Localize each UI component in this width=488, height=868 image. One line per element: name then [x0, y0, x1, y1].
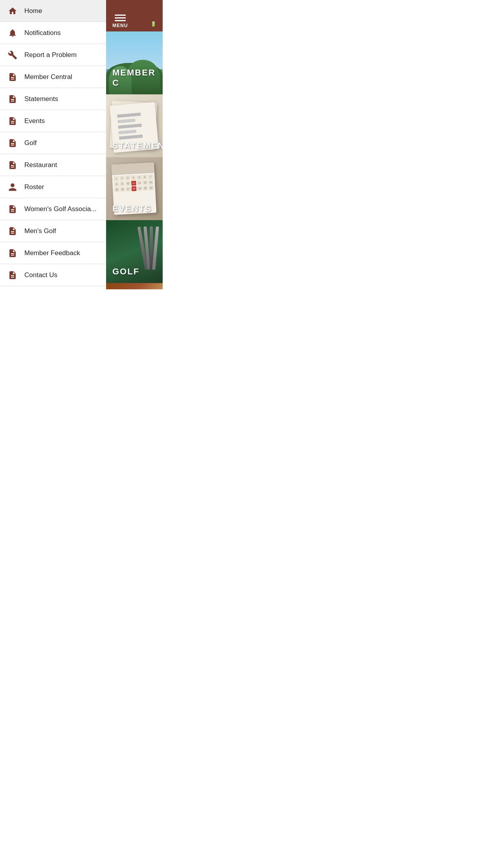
file-icon — [6, 71, 19, 83]
file-icon — [6, 203, 19, 215]
sidebar-item-mens-golf[interactable]: Men's Golf — [0, 220, 106, 242]
file-icon — [6, 159, 19, 171]
sidebar-item-label: Home — [24, 7, 42, 15]
sidebar-item-label: Report a Problem — [24, 51, 77, 59]
tile-member-central[interactable]: MEMBER C — [106, 31, 163, 94]
sidebar-item-member-central[interactable]: Member Central — [0, 66, 106, 88]
sidebar-item-club-rules[interactable]: Club Rules — [0, 286, 106, 289]
sidebar-item-label: Member Central — [24, 73, 72, 81]
menu-button[interactable]: MENU — [112, 15, 128, 28]
golf-clubs-decoration — [141, 226, 157, 270]
file-lines-icon — [6, 93, 19, 105]
tile-golf[interactable]: GOLF — [106, 220, 163, 283]
sidebar-item-golf[interactable]: Golf — [0, 132, 106, 154]
tile-events[interactable]: 1 2 3 4 5 6 7 8 9 10 11 12 13 — [106, 157, 163, 220]
home-icon — [6, 5, 19, 17]
sidebar-item-events[interactable]: Events — [0, 110, 106, 132]
tile-member-central-label: MEMBER C — [112, 68, 163, 88]
sidebar-item-label: Roster — [24, 183, 44, 191]
sidebar-item-member-feedback[interactable]: Member Feedback — [0, 242, 106, 264]
sidebar-item-roster[interactable]: Roster — [0, 176, 106, 198]
file-icon — [6, 225, 19, 237]
menu-label: MENU — [112, 23, 128, 28]
sidebar-item-statements[interactable]: Statements — [0, 88, 106, 110]
sidebar-item-label: Statements — [24, 95, 58, 103]
tile-events-label: EVENTS — [112, 204, 152, 214]
sidebar-item-label: Member Feedback — [24, 249, 80, 257]
sidebar-item-home[interactable]: Home — [0, 0, 106, 22]
tile-food[interactable] — [106, 283, 163, 289]
menu-icon — [115, 15, 126, 21]
sidebar-item-label: Restaurant — [24, 161, 57, 169]
tile-golf-label: GOLF — [112, 267, 139, 277]
sidebar-item-label: Events — [24, 117, 45, 125]
tile-statements-label: STATEMEN — [112, 141, 163, 151]
sidebar-item-restaurant[interactable]: Restaurant — [0, 154, 106, 176]
file-icon — [6, 269, 19, 281]
bell-icon — [6, 27, 19, 39]
file-icon — [6, 247, 19, 259]
sidebar-item-label: Women's Golf Associa... — [24, 205, 96, 213]
sidebar-item-label: Golf — [24, 139, 37, 147]
sidebar-item-label: Men's Golf — [24, 227, 56, 235]
tiles-container: MEMBER C STATEMEN — [106, 31, 163, 289]
person-icon — [6, 181, 19, 193]
sidebar-item-label: Contact Us — [24, 271, 57, 279]
sidebar-item-womens-golf[interactable]: Women's Golf Associa... — [0, 198, 106, 220]
tile-statements[interactable]: STATEMEN — [106, 94, 163, 157]
sidebar-item-contact-us[interactable]: Contact Us — [0, 264, 106, 286]
sidebar-item-label: Notifications — [24, 29, 61, 37]
right-panel: MENU 🔋 MEMBER C — [106, 0, 163, 289]
file-icon — [6, 115, 19, 127]
battery-indicator: 🔋 — [150, 21, 156, 28]
app-container: HomeNotificationsReport a ProblemMember … — [0, 0, 163, 289]
sidebar-item-notifications[interactable]: Notifications — [0, 22, 106, 44]
file-icon — [6, 137, 19, 149]
header-bar: MENU 🔋 — [106, 0, 163, 31]
sidebar: HomeNotificationsReport a ProblemMember … — [0, 0, 106, 289]
sidebar-item-report-problem[interactable]: Report a Problem — [0, 44, 106, 66]
wrench-icon — [6, 49, 19, 61]
